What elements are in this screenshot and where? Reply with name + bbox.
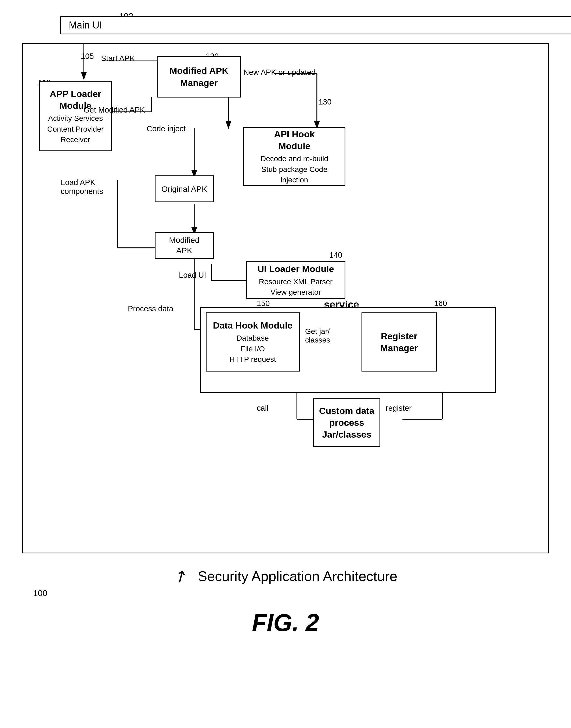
load-ui-label: Load UI bbox=[179, 271, 206, 280]
caption-area: ↗ Security Application Architecture 100 … bbox=[22, 567, 549, 637]
main-ui-box: Main UI bbox=[60, 16, 571, 34]
ref-100-label: 100 bbox=[33, 588, 47, 598]
data-hook-subtitle: DatabaseFile I/OHTTP request bbox=[229, 333, 276, 365]
api-hook-title: API HookModule bbox=[274, 128, 315, 152]
load-apk-label: Load APKcomponents bbox=[61, 178, 109, 196]
fig-label: FIG. 2 bbox=[252, 609, 319, 637]
process-data-label: Process data bbox=[128, 304, 173, 313]
data-hook-box: Data Hook Module DatabaseFile I/OHTTP re… bbox=[206, 312, 300, 372]
app-loader-subtitle: Activity ServicesContent ProviderReceive… bbox=[47, 113, 104, 145]
get-jar-label: Get jar/classes bbox=[305, 327, 330, 344]
register-manager-box: RegisterManager bbox=[361, 312, 437, 372]
code-inject-label: Code inject bbox=[147, 124, 186, 133]
app-loader-box: APP LoaderModule Activity ServicesConten… bbox=[39, 81, 112, 151]
original-apk-box: Original APK bbox=[155, 176, 214, 202]
outer-rect: 105 Start APK 110 APP LoaderModule Activ… bbox=[22, 43, 549, 553]
ui-loader-title: UI Loader Module bbox=[257, 263, 334, 275]
api-hook-subtitle: Decode and re-buildStub package Codeinje… bbox=[260, 153, 328, 185]
ref-105: 105 bbox=[81, 52, 94, 61]
modified-apk-title: Modified APK bbox=[160, 235, 208, 256]
caption-line: ↗ Security Application Architecture bbox=[174, 567, 397, 586]
custom-data-title: Custom dataprocessJar/classes bbox=[319, 405, 374, 440]
start-apk-label: Start APK bbox=[101, 54, 135, 63]
modified-apk-box: Modified APK bbox=[155, 232, 214, 259]
api-hook-box: API HookModule Decode and re-buildStub p… bbox=[243, 127, 345, 186]
register-manager-title: RegisterManager bbox=[380, 330, 418, 354]
page-container: Main UI 102 bbox=[22, 16, 549, 637]
ref-140: 140 bbox=[329, 250, 342, 259]
call-label: call bbox=[257, 404, 268, 413]
ref-130: 130 bbox=[319, 98, 331, 106]
register-label: register bbox=[386, 404, 412, 413]
ui-loader-subtitle: Resource XML ParserView generator bbox=[259, 277, 333, 297]
modified-apk-manager-box: Modified APKManager bbox=[157, 56, 241, 98]
ref-160: 160 bbox=[434, 299, 447, 308]
data-hook-title: Data Hook Module bbox=[213, 319, 293, 331]
service-label: service bbox=[324, 299, 359, 311]
modified-apk-manager-title: Modified APKManager bbox=[169, 65, 229, 88]
caption-title: Security Application Architecture bbox=[198, 568, 397, 584]
main-ui-area: Main UI 102 bbox=[22, 16, 549, 553]
new-apk-label: New APK or updated bbox=[243, 68, 316, 77]
ui-loader-box: UI Loader Module Resource XML ParserView… bbox=[246, 262, 345, 299]
original-apk-title: Original APK bbox=[161, 184, 207, 194]
ref-150: 150 bbox=[257, 299, 270, 308]
caption-arrow-icon: ↗ bbox=[170, 565, 191, 588]
get-modified-apk-label: Get Modified APK bbox=[84, 106, 145, 114]
custom-data-box: Custom dataprocessJar/classes bbox=[313, 398, 380, 447]
main-ui-label: Main UI bbox=[69, 20, 102, 31]
